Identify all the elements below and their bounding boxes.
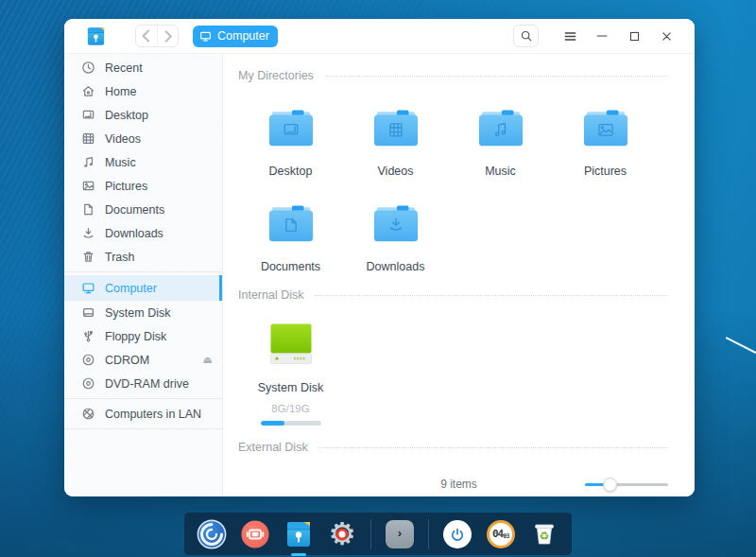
folder-videos[interactable]: Videos — [343, 109, 448, 178]
sidebar-item-label: Documents — [105, 203, 164, 217]
tile-label: Downloads — [367, 260, 425, 273]
sidebar-item-label: Home — [105, 85, 136, 98]
documents-icon — [81, 202, 95, 217]
sidebar-separator — [64, 271, 222, 272]
folder-documents[interactable]: Documents — [238, 204, 343, 273]
sidebar-item-recent[interactable]: Recent — [64, 56, 222, 79]
sidebar-item-label: CDROM — [105, 354, 149, 367]
breadcrumb-label: Computer — [217, 29, 269, 43]
sidebar-item-dvd-ram-drive[interactable]: DVD-RAM drive — [64, 372, 222, 395]
pictures-folder-icon — [582, 109, 629, 152]
sidebar: RecentHomeDesktopVideosMusicPicturesDocu… — [64, 54, 223, 496]
back-button[interactable] — [136, 26, 157, 46]
section-header-external-disk: External Disk — [238, 441, 668, 454]
sidebar-item-label: System Disk — [105, 306, 170, 320]
sidebar-item-label: Computers in LAN — [105, 408, 201, 421]
sidebar-item-label: Floppy Disk — [105, 330, 166, 343]
section-divider — [319, 447, 668, 448]
dock-separator — [370, 519, 371, 549]
minimize-icon — [595, 29, 609, 43]
tile-label: Pictures — [584, 165, 627, 178]
disk-capacity: 8G/19G — [271, 403, 309, 414]
eject-icon[interactable]: ⏏ — [203, 354, 213, 366]
sidebar-item-label: DVD-RAM drive — [105, 377, 189, 391]
titlebar[interactable]: Computer — [64, 19, 695, 54]
section-header-my-directories: My Directories — [238, 69, 668, 82]
trash-icon — [81, 250, 95, 264]
wallpaper-light-streak — [725, 337, 756, 354]
sidebar-separator — [64, 428, 222, 429]
desktop-folder-icon — [267, 109, 315, 152]
folder-pictures[interactable]: Pictures — [553, 109, 658, 178]
sidebar-item-floppy-disk[interactable]: Floppy Disk — [64, 324, 222, 348]
music-folder-icon — [477, 109, 524, 152]
desktop-wallpaper: Computer RecentHo — [0, 0, 756, 557]
dock-trash-icon[interactable]: ♻ — [529, 519, 559, 549]
slider-handle[interactable] — [603, 478, 617, 492]
dock-file-manager-icon[interactable] — [284, 519, 314, 549]
network-icon — [81, 407, 95, 421]
pictures-icon — [81, 179, 95, 193]
sidebar-item-videos[interactable]: Videos — [64, 127, 222, 150]
close-icon — [661, 30, 673, 43]
disk-usage-fill — [261, 421, 285, 426]
section-divider — [315, 295, 668, 296]
sidebar-item-music[interactable]: Music — [64, 150, 222, 174]
folder-downloads[interactable]: Downloads — [343, 204, 448, 273]
dock-clock-icon[interactable]: 0403 — [486, 519, 516, 549]
sidebar-item-home[interactable]: Home — [64, 79, 222, 103]
sidebar-item-desktop[interactable]: Desktop — [64, 103, 222, 127]
menu-button[interactable] — [554, 24, 586, 48]
tile-label: Music — [485, 165, 516, 178]
menu-icon — [563, 29, 577, 44]
maximize-button[interactable] — [618, 24, 650, 48]
sidebar-separator — [64, 398, 222, 399]
folder-desktop[interactable]: Desktop — [238, 109, 343, 178]
file-view[interactable]: My Directories Desktop Videos Music Pict… — [223, 54, 695, 472]
sidebar-item-computer[interactable]: Computer — [64, 275, 222, 301]
tile-label: Videos — [378, 165, 414, 178]
maximize-icon — [628, 30, 641, 43]
dock-control-center-icon[interactable]: ⚙ — [327, 519, 357, 549]
close-button[interactable] — [650, 24, 682, 48]
forward-button[interactable] — [157, 26, 178, 46]
dock: ⚙› 0403 ♻ — [184, 513, 572, 555]
sidebar-item-trash[interactable]: Trash — [64, 245, 222, 269]
section-title: Internal Disk — [238, 288, 303, 302]
icon-size-slider[interactable] — [585, 477, 668, 492]
sidebar-item-pictures[interactable]: Pictures — [64, 174, 222, 198]
dock-shutdown-icon[interactable] — [442, 519, 472, 549]
dock-movie-player-icon[interactable] — [240, 519, 270, 549]
gear-ring — [336, 528, 349, 540]
dock-launcher-icon[interactable] — [197, 519, 227, 549]
items-count: 9 items — [440, 478, 477, 491]
search-button[interactable] — [513, 25, 539, 47]
dock-terminal-icon[interactable]: › — [385, 519, 415, 549]
sidebar-item-system-disk[interactable]: System Disk — [64, 301, 222, 324]
computer-icon — [81, 281, 95, 295]
sidebar-item-label: Trash — [105, 251, 135, 264]
sidebar-item-cdrom[interactable]: CDROM⏏ — [64, 348, 222, 372]
navigation-buttons — [135, 25, 179, 47]
sidebar-item-label: Videos — [105, 132, 141, 146]
breadcrumb-computer[interactable]: Computer — [193, 26, 278, 47]
downloads-folder-icon — [372, 204, 420, 248]
sidebar-item-downloads[interactable]: Downloads — [64, 221, 222, 245]
floppy-icon — [81, 329, 95, 343]
section-title: External Disk — [238, 441, 308, 454]
drive-system-disk[interactable]: System Disk8G/19G — [238, 322, 343, 426]
svg-text:♻: ♻ — [540, 529, 550, 542]
desktop-icon — [81, 108, 95, 122]
tile-label: Desktop — [269, 165, 313, 178]
status-bar: 9 items — [223, 472, 695, 496]
folder-music[interactable]: Music — [448, 109, 553, 178]
disk-usage-bar — [261, 421, 321, 426]
documents-folder-icon — [267, 204, 315, 248]
minimize-button[interactable] — [586, 24, 618, 48]
sidebar-item-computers-in-lan[interactable]: Computers in LAN — [64, 402, 222, 426]
tile-label: Documents — [261, 260, 320, 273]
sidebar-item-label: Computer — [105, 282, 157, 295]
tile-label: System Disk — [258, 381, 323, 394]
chevron-right-icon — [158, 26, 178, 46]
sidebar-item-documents[interactable]: Documents — [64, 198, 222, 221]
